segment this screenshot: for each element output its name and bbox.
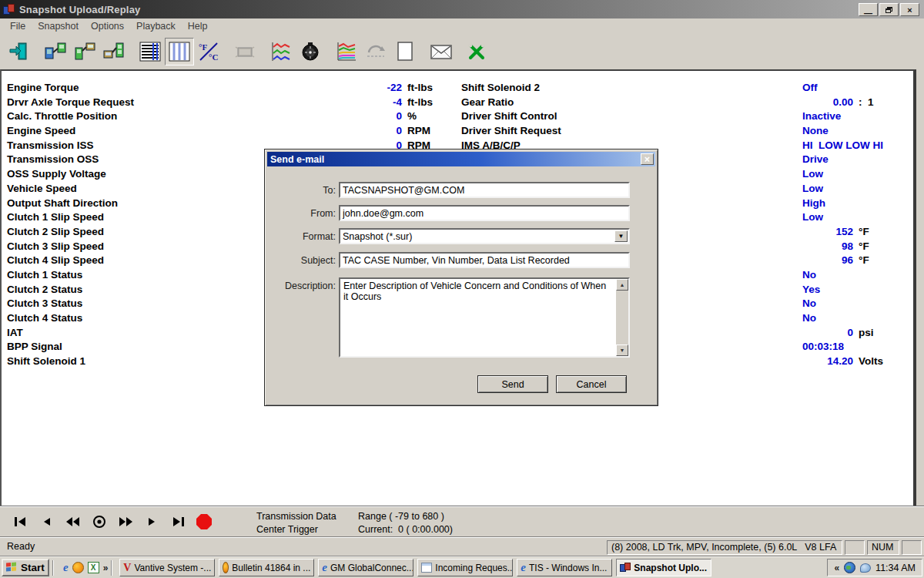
- tools-icon[interactable]: [463, 38, 492, 66]
- param-unit: RPM: [407, 124, 458, 139]
- data-list-columns-icon[interactable]: [165, 38, 194, 66]
- taskbar-button-globalconnect[interactable]: eGM GlobalConnec...: [318, 559, 413, 576]
- tray-chevron[interactable]: «: [834, 563, 839, 573]
- data-list-rows-icon[interactable]: [136, 38, 165, 66]
- app-icon: [3, 4, 15, 15]
- description-field[interactable]: Enter Description of Vehicle Concern and…: [339, 277, 630, 358]
- playback-trigger-label: Center Trigger: [256, 524, 318, 535]
- overflow-chevron[interactable]: »: [103, 563, 109, 573]
- step-back-icon[interactable]: [37, 514, 57, 529]
- taskbar-button-tis[interactable]: eTIS - Windows In...: [517, 559, 612, 576]
- menu-playback[interactable]: Playback: [131, 19, 181, 33]
- cancel-button[interactable]: Cancel: [556, 375, 627, 393]
- exit-icon[interactable]: [5, 38, 34, 66]
- format-label: Format:: [266, 231, 336, 242]
- subject-label: Subject:: [266, 255, 336, 266]
- chevron-down-icon[interactable]: ▼: [614, 230, 628, 242]
- taskbar-clock: 11:34 AM: [875, 563, 916, 573]
- step-forward-icon[interactable]: [142, 514, 162, 529]
- windows-flag-icon: [6, 562, 18, 573]
- gauge-icon[interactable]: [296, 38, 325, 66]
- data-row: Engine Torque-22ft-lbsShift Solenoid 2Of…: [2, 81, 913, 96]
- fc-bottom-text: °C: [209, 52, 218, 62]
- fast-forward-icon[interactable]: [116, 514, 136, 529]
- window-title: Snapshot Upload/Replay: [19, 4, 141, 15]
- playback-range-label: Range ( -79 to 680 ): [358, 511, 444, 522]
- network-globe-icon[interactable]: [844, 562, 855, 573]
- taskbar-button-bulletin[interactable]: Bulletin 41864 in ...: [219, 559, 314, 576]
- skip-start-icon[interactable]: [11, 514, 31, 529]
- fc-top-text: °F: [199, 42, 207, 52]
- param-value: High: [802, 197, 825, 211]
- upload-device-icon[interactable]: [41, 38, 70, 66]
- restore-button[interactable]: [879, 3, 899, 16]
- param-value: 98: [695, 240, 853, 254]
- param-value: 0.00: [695, 96, 853, 110]
- window-icon: [421, 563, 432, 573]
- status-panel-empty-2: [902, 540, 922, 555]
- snapshot-upload-replay-window: Snapshot Upload/Replay — × File Snapshot…: [0, 0, 924, 578]
- taskbar-button-incoming[interactable]: Incoming Reques...: [417, 559, 513, 576]
- menu-file[interactable]: File: [5, 19, 31, 33]
- multi-graph-icon[interactable]: [332, 38, 361, 66]
- skip-end-icon[interactable]: [168, 514, 188, 529]
- vehicle-info: (8) 2008, LD Trk, MPV, Incomplete, (5) 6…: [607, 540, 842, 555]
- param-value: Drive: [802, 153, 829, 167]
- taskbar-button-vantive[interactable]: VVantive System -...: [119, 559, 215, 576]
- playback-current-label: Current: 0 ( 0:00.000): [358, 524, 453, 535]
- scroll-up-icon[interactable]: ▲: [616, 279, 628, 291]
- param-unit: °F: [859, 254, 916, 268]
- bulletin-ball-icon[interactable]: [72, 562, 84, 573]
- param-value: Low: [802, 182, 823, 197]
- quick-launch: e X »: [63, 561, 108, 574]
- internet-explorer-icon[interactable]: e: [63, 561, 69, 574]
- param-value: Low: [802, 210, 823, 225]
- description-area: Enter Description of Vehicle Concern and…: [339, 277, 630, 358]
- status-bar: Ready (8) 2008, LD Trk, MPV, Incomplete,…: [0, 536, 924, 556]
- param-unit: %: [407, 109, 458, 124]
- line-graphs-icon[interactable]: [266, 38, 296, 66]
- param-value: 14.20: [695, 355, 853, 369]
- send-button[interactable]: Send: [477, 375, 548, 393]
- record-stop-icon[interactable]: [194, 514, 214, 529]
- start-button[interactable]: Start: [2, 559, 49, 576]
- center-trigger-icon[interactable]: [89, 514, 109, 529]
- playback-source-label: Transmission Data: [256, 511, 336, 522]
- param-label: Driver Shift Control: [461, 109, 669, 124]
- email-icon[interactable]: [427, 38, 456, 66]
- param-value: No: [802, 297, 816, 311]
- dialog-close-button[interactable]: ×: [641, 153, 654, 165]
- param-label: Shift Solenoid 2: [461, 81, 669, 96]
- menu-help[interactable]: Help: [182, 19, 213, 33]
- status-ready: Ready: [3, 540, 38, 555]
- taskbar-button-snapshot[interactable]: Snapshot Uplo...: [616, 559, 711, 576]
- ie-icon: e: [521, 561, 526, 574]
- from-field[interactable]: [339, 205, 630, 221]
- messenger-icon[interactable]: [860, 563, 871, 573]
- to-label: To:: [266, 185, 336, 196]
- display-icon[interactable]: [230, 38, 259, 66]
- minimize-button[interactable]: —: [859, 3, 878, 16]
- subject-field[interactable]: [339, 252, 630, 268]
- rewind-icon[interactable]: [63, 514, 83, 529]
- menu-options[interactable]: Options: [85, 19, 129, 33]
- to-field[interactable]: [339, 182, 630, 198]
- menu-bar: File Snapshot Options Playback Help: [0, 18, 924, 34]
- blank-page-icon[interactable]: [390, 38, 420, 66]
- description-scrollbar[interactable]: ▲ ▼: [616, 279, 628, 356]
- param-value: 96: [695, 254, 853, 268]
- laptop-transfer-icon[interactable]: [99, 38, 129, 66]
- replay-icon[interactable]: [361, 38, 390, 66]
- spreadsheet-icon[interactable]: X: [88, 562, 99, 573]
- send-email-dialog: Send e-mail × To: From: Format: Snapshot…: [264, 149, 658, 406]
- fahrenheit-celsius-icon[interactable]: °F°C: [194, 38, 223, 66]
- param-value: Inactive: [802, 109, 841, 124]
- device-transfer-icon[interactable]: [70, 38, 99, 66]
- title-bar: Snapshot Upload/Replay — ×: [0, 0, 924, 18]
- param-value: Low: [802, 167, 823, 182]
- close-button[interactable]: ×: [900, 3, 919, 16]
- menu-snapshot[interactable]: Snapshot: [32, 19, 84, 33]
- scroll-down-icon[interactable]: ▼: [616, 344, 628, 356]
- format-dropdown[interactable]: Snapshot (*.sur) ▼: [339, 228, 630, 244]
- bulletin-icon: [223, 562, 229, 573]
